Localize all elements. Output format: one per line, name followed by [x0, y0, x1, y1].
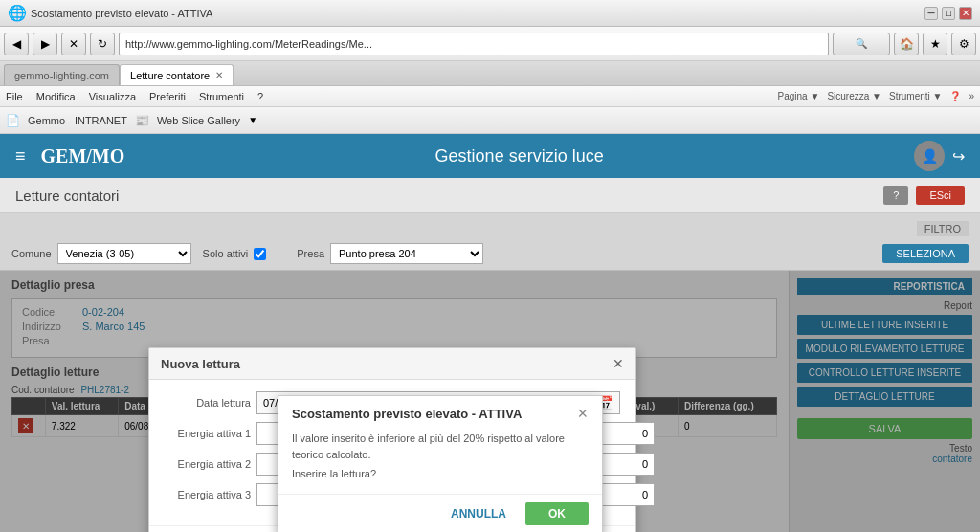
tab-active[interactable]: Letture contatore ✕ — [120, 64, 234, 85]
filter-comune-select[interactable]: Venezia (3-05) — [57, 243, 191, 264]
energia-attiva-3-label: Energia attiva 3 — [165, 489, 251, 500]
dialog-alert-header: Scostamento previsto elevato - ATTIVA ✕ — [278, 396, 602, 427]
app-header: ≡ GEM/MO Gestione servizio luce 👤 ↪ — [0, 134, 980, 178]
app-container: ≡ GEM/MO Gestione servizio luce 👤 ↪ Lett… — [0, 134, 980, 532]
user-avatar[interactable]: 👤 — [914, 141, 945, 171]
menu-strumenti[interactable]: Strumenti — [199, 91, 244, 102]
browser-favicon: 🌐 — [8, 4, 27, 22]
header-icons: 👤 ↪ — [914, 141, 965, 171]
data-lettura-label: Data lettura — [165, 397, 251, 409]
dialog-nuova-title: Nuova lettura — [161, 357, 240, 371]
filter-solo-attivi-checkbox[interactable] — [254, 248, 266, 260]
toolbar-gallery-arrow[interactable]: ▼ — [248, 115, 257, 125]
filter-solo-attivi-field: Solo attivi — [203, 248, 267, 260]
filter-comune-field: Comune Venezia (3-05) — [11, 243, 191, 264]
forward-button[interactable]: ▶ — [33, 33, 57, 55]
dialog-alert-title: Scostamento previsto elevato - ATTIVA — [292, 407, 522, 421]
filter-comune-label: Comune — [11, 248, 52, 259]
dialog-alert-footer: ANNULLA OK — [278, 494, 602, 533]
filter-label: FILTRO — [917, 221, 969, 236]
app-header-left: ≡ GEM/MO — [15, 145, 124, 167]
toolbar-right-tools: Strumenti ▼ — [889, 91, 942, 101]
energia-attiva-2-label: Energia attiva 2 — [165, 458, 251, 470]
menu-file[interactable]: File — [6, 91, 23, 102]
dialog-alert-close-button[interactable]: ✕ — [577, 406, 589, 421]
home-button[interactable]: 🏠 — [894, 33, 919, 55]
dialog-alert-ok-button[interactable]: OK — [525, 502, 589, 525]
filter-presa-select[interactable]: Punto presa 204 — [330, 243, 483, 264]
filter-solo-attivi-label: Solo attivi — [203, 248, 249, 259]
stop-button[interactable]: ✕ — [61, 33, 86, 55]
tab-bar: gemmo-lighting.com Letture contatore ✕ — [0, 61, 980, 86]
menu-help[interactable]: ? — [257, 91, 263, 102]
search-button[interactable]: SELEZIONA — [882, 244, 969, 263]
app-title: Gestione servizio luce — [124, 146, 914, 166]
help-button[interactable]: ? — [883, 186, 908, 205]
address-bar[interactable]: http://www.gemmo-lighting.com/MeterReadi… — [119, 33, 829, 55]
dialog-alert-annulla-button[interactable]: ANNULLA — [439, 502, 518, 525]
tab-close-icon[interactable]: ✕ — [215, 70, 223, 80]
toolbar-intranet-icon: 📄 — [6, 114, 20, 127]
minimize-button[interactable]: ─ — [924, 7, 938, 20]
back-button[interactable]: ◀ — [4, 33, 29, 55]
energia-attiva-1-label: Energia attiva 1 — [165, 428, 251, 439]
address-text: http://www.gemmo-lighting.com/MeterReadi… — [125, 38, 372, 50]
close-button[interactable]: ✕ — [959, 7, 972, 20]
filter-row: Comune Venezia (3-05) Solo attivi Presa … — [11, 243, 969, 264]
menu-visualizza[interactable]: Visualizza — [89, 91, 136, 102]
alert-message-line1: Il valore inserito è inferiore al più de… — [292, 431, 589, 462]
maximize-button[interactable]: □ — [942, 7, 955, 20]
tab-inactive[interactable]: gemmo-lighting.com — [4, 64, 120, 85]
dialog-alert: Scostamento previsto elevato - ATTIVA ✕ … — [278, 395, 603, 532]
menu-bar: File Modifica Visualizza Preferiti Strum… — [0, 86, 980, 107]
toolbar-gallery[interactable]: Web Slice Gallery — [157, 115, 240, 126]
favorites-button[interactable]: ★ — [923, 33, 947, 55]
toolbar-bar: 📄 Gemmo - INTRANET 📰 Web Slice Gallery ▼ — [0, 107, 980, 134]
filter-bar: FILTRO Comune Venezia (3-05) Solo attivi… — [0, 213, 980, 271]
tab-active-label: Letture contatore — [130, 70, 210, 81]
title-bar-left: 🌐 Scostamento previsto elevato - ATTIVA — [8, 4, 212, 22]
toolbar-right-info: ❓ — [949, 91, 961, 101]
toolbar-gallery-icon: 📰 — [135, 114, 149, 127]
menu-preferiti[interactable]: Preferiti — [149, 91, 186, 102]
toolbar-right-security: Sicurezza ▼ — [827, 91, 881, 101]
tools-button[interactable]: ⚙ — [951, 33, 976, 55]
tab-inactive-label: gemmo-lighting.com — [14, 70, 109, 81]
page-title: Letture contatori — [15, 188, 119, 204]
exit-button[interactable]: ESci — [916, 186, 965, 205]
hamburger-menu[interactable]: ≡ — [15, 146, 26, 166]
alert-message-line2: Inserire la lettura? — [292, 466, 589, 482]
page-actions: ? ESci — [883, 186, 965, 205]
dialog-nuova-header: Nuova lettura ✕ — [149, 348, 635, 380]
filter-presa-label: Presa — [297, 248, 324, 259]
search-go-button[interactable]: 🔍 — [833, 33, 890, 55]
toolbar-right-settings: Pagina ▼ — [778, 91, 820, 101]
browser-title-bar: 🌐 Scostamento previsto elevato - ATTIVA … — [0, 0, 980, 27]
toolbar-right-more: » — [969, 91, 974, 101]
app-logo: GEM/MO — [41, 145, 125, 167]
menu-modifica[interactable]: Modifica — [36, 91, 76, 102]
browser-tab-title: Scostamento previsto elevato - ATTIVA — [31, 8, 212, 19]
dialog-nuova-close-button[interactable]: ✕ — [612, 356, 624, 371]
dialog-alert-body: Il valore inserito è inferiore al più de… — [278, 427, 602, 494]
logout-icon[interactable]: ↪ — [952, 147, 965, 166]
page-header: Letture contatori ? ESci — [0, 178, 980, 213]
toolbar-intranet[interactable]: Gemmo - INTRANET — [28, 115, 127, 126]
refresh-button[interactable]: ↻ — [90, 33, 115, 55]
nav-bar: ◀ ▶ ✕ ↻ http://www.gemmo-lighting.com/Me… — [0, 27, 980, 61]
filter-presa-field: Presa Punto presa 204 — [297, 243, 483, 264]
